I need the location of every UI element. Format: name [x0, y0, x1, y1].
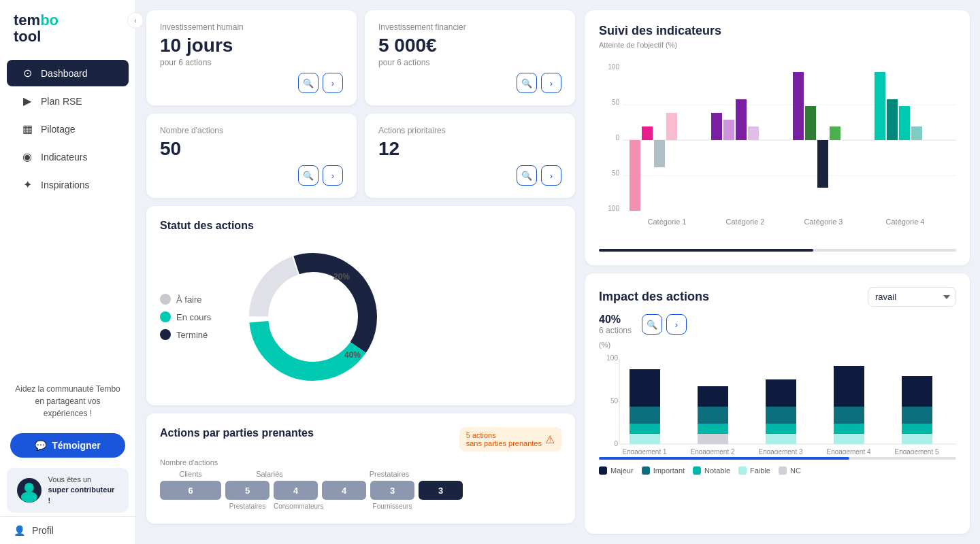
legend-box-faible	[738, 466, 747, 475]
profil-icon: 👤	[14, 525, 25, 536]
svg-text:0: 0	[614, 440, 618, 447]
svg-text:Engagement 1: Engagement 1	[622, 448, 666, 454]
community-text: Aidez la communauté Tembo en partageant …	[0, 373, 135, 430]
kpi-actions-prioritaires: Actions prioritaires 12 🔍 ›	[365, 114, 575, 198]
svg-text:20%: 20%	[333, 272, 350, 282]
impact-scrollbar[interactable]	[599, 457, 849, 460]
contributor-badge: Vous êtes un super contributeur !	[7, 468, 129, 513]
cat-prestataires: Prestataires	[318, 470, 461, 478]
impact-select[interactable]: ravail Travail Environnement	[868, 287, 956, 307]
suivi-chart: 100 50 0 50 100	[599, 56, 960, 246]
search-button-3[interactable]: 🔍	[298, 165, 318, 186]
svg-rect-31	[911, 126, 922, 140]
svg-rect-56	[834, 434, 864, 444]
warning-icon: ⚠	[545, 433, 555, 446]
dot-termine	[160, 329, 171, 340]
sidebar-item-inspirations[interactable]: ✦ Inspirations	[7, 171, 129, 198]
svg-text:40%: 40%	[344, 350, 361, 360]
temoigner-icon: 💬	[35, 440, 46, 451]
sidebar-item-indicateurs[interactable]: ◉ Indicateurs	[7, 143, 129, 170]
expand-impact[interactable]: ›	[666, 314, 687, 335]
indicateurs-icon: ◉	[20, 150, 34, 163]
svg-rect-49	[766, 379, 796, 407]
svg-text:100: 100	[606, 354, 618, 362]
parties-title: Actions par parties prenantes	[160, 427, 314, 439]
dashboard-icon: ⊙	[20, 67, 34, 80]
search-impact[interactable]: 🔍	[642, 314, 662, 335]
svg-rect-48	[698, 434, 728, 444]
svg-text:0: 0	[615, 134, 619, 141]
impact-y-label: (%)	[599, 341, 956, 349]
svg-text:100: 100	[608, 63, 619, 71]
sidebar-item-dashboard[interactable]: ⊙ Dashboard	[7, 60, 129, 86]
legend-a-faire: À faire	[160, 294, 211, 305]
sidebar-item-label: Inspirations	[41, 180, 90, 190]
logo-text: tembotool	[14, 12, 59, 45]
impact-legend: Majeur Important Notable Faible NC	[599, 466, 956, 475]
profil-label: Profil	[32, 525, 54, 536]
expand-button-2[interactable]: ›	[541, 73, 561, 93]
dot-en-cours	[160, 311, 171, 322]
suivi-title: Suivi des indicateurs	[599, 24, 956, 38]
search-button-4[interactable]: 🔍	[517, 165, 537, 186]
collapse-button[interactable]: ‹	[127, 12, 144, 29]
svg-rect-20	[711, 113, 722, 140]
expand-button-4[interactable]: ›	[541, 165, 561, 186]
svg-rect-23	[748, 126, 759, 140]
statut-title: Statut des actions	[160, 220, 561, 232]
legend-majeur: Majeur	[599, 466, 634, 475]
search-button-2[interactable]: 🔍	[517, 73, 537, 93]
legend-termine: Terminé	[160, 329, 211, 340]
svg-rect-51	[766, 424, 796, 434]
contributor-text: Vous êtes un super contributeur !	[48, 475, 118, 506]
svg-rect-27	[830, 126, 840, 140]
sidebar-item-profil[interactable]: 👤 Profil	[0, 516, 135, 544]
svg-rect-57	[902, 376, 932, 407]
subcat-consommateurs: Consommateurs	[274, 503, 318, 510]
main-content: Investissement humain 10 jours pour 6 ac…	[136, 0, 585, 544]
legend-faible: Faible	[738, 466, 770, 475]
suivi-card: Suivi des indicateurs Atteinte de l'obje…	[585, 10, 970, 265]
svg-rect-17	[642, 126, 653, 140]
kpi-cards: Investissement humain 10 jours pour 6 ac…	[146, 10, 575, 198]
svg-text:Engagement 5: Engagement 5	[894, 448, 938, 454]
sidebar-item-label: Plan RSE	[41, 96, 82, 107]
subcat-fournisseurs: Fournisseurs	[370, 503, 414, 510]
warning-badge: 5 actionssans parties prenantes ⚠	[459, 427, 561, 452]
suivi-scrollbar[interactable]	[599, 249, 813, 252]
plan-rse-icon: ▶	[20, 95, 34, 107]
cat-salaries: Salariés	[225, 470, 314, 478]
legend-box-notable	[693, 466, 701, 475]
cat-clients: Clients	[160, 470, 221, 478]
svg-rect-42	[630, 407, 660, 424]
pilotage-icon: ▦	[20, 122, 34, 135]
legend-box-nc	[779, 466, 787, 475]
svg-rect-54	[834, 407, 864, 424]
sidebar: tembotool ‹ ⊙ Dashboard ▶ Plan RSE ▦ Pil…	[0, 0, 136, 544]
svg-text:50: 50	[612, 99, 620, 106]
svg-rect-52	[766, 434, 796, 444]
warning-text: 5 actionssans parties prenantes	[466, 431, 542, 447]
logo: tembotool	[0, 0, 135, 52]
bar-6: 6	[160, 481, 221, 500]
temoigner-label: Témoigner	[52, 440, 101, 451]
nav-menu: ⊙ Dashboard ▶ Plan RSE ▦ Pilotage ◉ Indi…	[0, 52, 135, 372]
svg-rect-60	[902, 434, 932, 444]
impact-card: Impact des actions ravail Travail Enviro…	[585, 273, 970, 534]
temoigner-button[interactable]: 💬 Témoigner	[10, 433, 125, 458]
svg-text:Engagement 3: Engagement 3	[758, 448, 802, 454]
sidebar-item-pilotage[interactable]: ▦ Pilotage	[7, 116, 129, 142]
svg-rect-46	[698, 407, 728, 424]
svg-rect-50	[766, 407, 796, 424]
impact-stat: 40% 6 actions	[599, 313, 632, 335]
svg-rect-30	[899, 106, 910, 140]
search-button-1[interactable]: 🔍	[298, 73, 318, 93]
expand-button-3[interactable]: ›	[323, 165, 343, 186]
svg-rect-55	[834, 424, 864, 434]
impact-chart: 100 50 0	[599, 352, 960, 454]
sidebar-item-plan-rse[interactable]: ▶ Plan RSE	[7, 88, 129, 114]
avatar	[17, 478, 42, 503]
expand-button-1[interactable]: ›	[323, 73, 343, 93]
subcat-prestataires: Prestataires	[225, 503, 270, 510]
kpi-investissement-humain: Investissement humain 10 jours pour 6 ac…	[146, 10, 357, 105]
